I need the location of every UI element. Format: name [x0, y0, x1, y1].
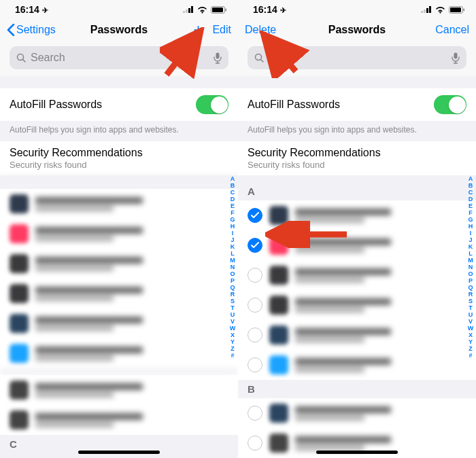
cancel-button[interactable]: Cancel	[435, 24, 469, 36]
alpha-index-letter[interactable]: U	[228, 311, 237, 318]
autofill-toggle[interactable]	[196, 95, 228, 114]
alpha-index-letter[interactable]: F	[228, 209, 237, 216]
alpha-index-letter[interactable]: Y	[466, 338, 475, 345]
alpha-index-letter[interactable]: O	[228, 270, 237, 277]
select-checkbox[interactable]	[248, 208, 262, 223]
alpha-index-letter[interactable]: J	[228, 236, 237, 243]
password-entry[interactable]	[0, 405, 238, 435]
password-list-b[interactable]	[238, 398, 476, 458]
alpha-index-letter[interactable]: F	[466, 209, 475, 216]
alpha-index-letter[interactable]: P	[466, 277, 475, 284]
alpha-index-letter[interactable]: T	[466, 304, 475, 311]
password-list[interactable]	[0, 189, 238, 435]
alpha-index[interactable]: ABCDEFGHIJKLMNOPQRSTUVWXYZ#	[228, 175, 237, 359]
alpha-index-letter[interactable]: R	[466, 291, 475, 298]
alpha-index-letter[interactable]: B	[466, 182, 475, 189]
nav-back[interactable]: Settings	[7, 24, 68, 36]
alpha-index-letter[interactable]: Z	[228, 345, 237, 352]
site-favicon	[10, 344, 29, 363]
alpha-index-letter[interactable]: W	[228, 325, 237, 332]
alpha-index-letter[interactable]: H	[466, 223, 475, 230]
select-checkbox[interactable]	[248, 357, 262, 372]
alpha-index-letter[interactable]: H	[228, 223, 237, 230]
alpha-index-letter[interactable]: R	[228, 291, 237, 298]
alpha-index[interactable]: ABCDEFGHIJKLMNOPQRSTUVWXYZ#	[466, 175, 475, 359]
alpha-index-letter[interactable]: N	[466, 264, 475, 270]
alpha-index-letter[interactable]: W	[466, 325, 475, 332]
alpha-index-letter[interactable]: Q	[228, 284, 237, 291]
mic-icon[interactable]	[452, 52, 460, 64]
password-list-a[interactable]	[238, 200, 476, 380]
password-entry[interactable]	[0, 309, 238, 338]
alpha-index-letter[interactable]: E	[228, 202, 237, 209]
select-checkbox[interactable]	[248, 328, 262, 342]
password-entry[interactable]	[0, 219, 238, 249]
password-entry[interactable]	[0, 279, 238, 309]
alpha-index-letter[interactable]: M	[228, 257, 237, 264]
alpha-index-letter[interactable]: D	[228, 196, 237, 202]
security-recommendations[interactable]: Security Recommendations Security risks …	[0, 141, 238, 175]
select-checkbox[interactable]	[248, 298, 262, 313]
alpha-index-letter[interactable]: Y	[228, 338, 237, 345]
password-entry[interactable]	[238, 320, 476, 350]
alpha-index-letter[interactable]: U	[466, 311, 475, 318]
alpha-index-letter[interactable]: V	[466, 318, 475, 325]
alpha-index-letter[interactable]: X	[228, 332, 237, 338]
alpha-index-letter[interactable]: X	[466, 332, 475, 338]
password-entry[interactable]	[238, 260, 476, 290]
select-checkbox[interactable]	[248, 238, 262, 253]
alpha-index-letter[interactable]: A	[228, 175, 237, 182]
search-input[interactable]: Search	[10, 46, 228, 69]
alpha-index-letter[interactable]: K	[228, 243, 237, 250]
alpha-index-letter[interactable]: C	[228, 189, 237, 196]
alpha-index-letter[interactable]: S	[228, 298, 237, 304]
password-entry[interactable]	[0, 189, 238, 219]
alpha-index-letter[interactable]: O	[466, 270, 475, 277]
alpha-index-letter[interactable]: A	[466, 175, 475, 182]
password-entry[interactable]	[0, 249, 238, 279]
password-entry[interactable]	[238, 230, 476, 260]
alpha-index-letter[interactable]: V	[228, 318, 237, 325]
alpha-index-letter[interactable]: C	[466, 189, 475, 196]
alpha-index-letter[interactable]: L	[466, 250, 475, 257]
alpha-index-letter[interactable]: L	[228, 250, 237, 257]
alpha-index-letter[interactable]: N	[228, 264, 237, 270]
alpha-index-letter[interactable]: S	[466, 298, 475, 304]
security-recommendations[interactable]: Security Recommendations Security risks …	[238, 141, 476, 175]
alpha-index-letter[interactable]: M	[466, 257, 475, 264]
password-entry[interactable]	[0, 338, 238, 368]
password-entry[interactable]	[238, 200, 476, 230]
home-indicator[interactable]	[78, 451, 160, 454]
search-input[interactable]: Se	[248, 46, 466, 69]
alpha-index-letter[interactable]: E	[466, 202, 475, 209]
select-checkbox[interactable]	[248, 436, 262, 451]
select-checkbox[interactable]	[248, 268, 262, 283]
alpha-index-letter[interactable]: D	[466, 196, 475, 202]
password-entry[interactable]	[238, 398, 476, 428]
alpha-index-letter[interactable]: I	[466, 230, 475, 236]
password-entry[interactable]	[238, 290, 476, 320]
autofill-toggle[interactable]	[434, 95, 466, 114]
password-entry[interactable]	[238, 350, 476, 380]
alpha-index-letter[interactable]: B	[228, 182, 237, 189]
alpha-index-letter[interactable]: G	[228, 216, 237, 223]
alpha-index-letter[interactable]: T	[228, 304, 237, 311]
home-indicator[interactable]	[316, 451, 398, 454]
mic-icon[interactable]	[214, 52, 222, 64]
alpha-index-letter[interactable]: G	[466, 216, 475, 223]
alpha-index-letter[interactable]: J	[466, 236, 475, 243]
svg-rect-5	[212, 7, 223, 12]
alpha-index-letter[interactable]: P	[228, 277, 237, 284]
select-checkbox[interactable]	[248, 406, 262, 421]
edit-button[interactable]: Edit	[212, 24, 231, 36]
delete-button[interactable]: Delete	[245, 24, 276, 36]
alpha-index-letter[interactable]: #	[228, 352, 237, 359]
alpha-index-letter[interactable]: K	[466, 243, 475, 250]
alpha-index-letter[interactable]: I	[228, 230, 237, 236]
alpha-index-letter[interactable]: Q	[466, 284, 475, 291]
password-entry[interactable]	[0, 375, 238, 405]
alpha-index-letter[interactable]: #	[466, 352, 475, 359]
svg-rect-17	[464, 8, 465, 11]
alpha-index-letter[interactable]: Z	[466, 345, 475, 352]
add-button[interactable]: +	[193, 22, 203, 38]
